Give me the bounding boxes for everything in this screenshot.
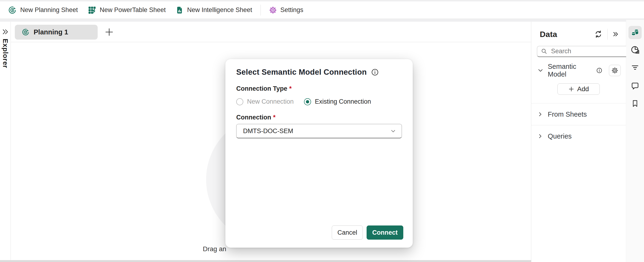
radio-existing-connection[interactable]: Existing Connection (304, 98, 371, 105)
search-input[interactable] (550, 47, 635, 55)
new-powertable-sheet-button[interactable]: New PowerTable Sheet (83, 2, 171, 19)
toolbar-item-label: New PowerTable Sheet (100, 6, 166, 14)
section-from-sheets[interactable]: From Sheets (531, 103, 626, 125)
toolbar-item-label: New Planning Sheet (20, 6, 78, 14)
data-panel: Data (531, 22, 626, 262)
connect-button[interactable]: Connect (366, 225, 403, 240)
add-data-button[interactable]: Add (558, 83, 600, 95)
search-row (537, 46, 621, 57)
connection-type-radio-group: New Connection Existing Connection (236, 98, 402, 105)
search-icon (541, 48, 547, 54)
info-icon[interactable] (371, 68, 379, 76)
app-window: New Planning Sheet New PowerTable Sheet (0, 0, 644, 262)
connection-dropdown[interactable]: DMTS-DOC-SEM (236, 124, 402, 138)
database-icon (630, 28, 640, 37)
semantic-model-row: Semantic Model (538, 63, 621, 78)
cancel-button[interactable]: Cancel (332, 225, 363, 240)
add-button-label: Add (577, 85, 589, 93)
explorer-panel-tab[interactable]: Explorer (2, 39, 9, 68)
target-icon (22, 28, 30, 36)
radio-circle-icon (236, 98, 243, 105)
info-icon[interactable] (596, 67, 602, 74)
section-label: From Sheets (548, 111, 587, 118)
section-queries[interactable]: Queries (531, 125, 626, 147)
right-icon-rail (626, 20, 644, 262)
expand-explorer-icon[interactable] (2, 28, 9, 35)
semantic-model-connection-dialog: Select Semantic Model Connection Connect… (226, 59, 413, 248)
connection-label: Connection* (236, 114, 402, 121)
chevron-right-icon (538, 111, 543, 117)
toolbar-item-label: Settings (280, 6, 304, 14)
radio-selected-icon (304, 98, 311, 105)
data-panel-title: Data (540, 30, 557, 39)
toolbar-item-label: New Intelligence Sheet (187, 6, 252, 14)
settings-button[interactable]: Settings (264, 2, 308, 19)
add-sheet-button[interactable] (103, 26, 115, 38)
chevron-down-icon[interactable] (538, 67, 544, 74)
collapse-panel-icon[interactable] (612, 31, 619, 38)
connection-type-label: Connection Type* (236, 85, 402, 92)
document-chart-icon (176, 6, 184, 14)
tab-planning-1[interactable]: Planning 1 (15, 25, 98, 40)
data-sources-tab-active[interactable] (628, 26, 642, 39)
filters-icon[interactable] (631, 63, 639, 72)
semantic-model-settings-button[interactable] (609, 65, 621, 76)
dialog-footer: Cancel Connect (332, 225, 403, 240)
data-sections: From Sheets Queries (531, 103, 626, 147)
explorer-rail: Explorer (0, 22, 11, 260)
data-panel-header: Data (531, 22, 626, 40)
section-label: Queries (548, 132, 572, 140)
comments-icon[interactable] (630, 82, 640, 91)
bottom-edge (0, 260, 531, 262)
header-divider (607, 29, 608, 40)
new-intelligence-sheet-button[interactable]: New Intelligence Sheet (170, 2, 257, 19)
new-planning-sheet-button[interactable]: New Planning Sheet (3, 2, 83, 19)
radio-new-connection[interactable]: New Connection (236, 98, 294, 105)
drag-hint-text: Drag an (203, 245, 226, 253)
chevron-right-icon (538, 133, 543, 139)
top-toolbar: New Planning Sheet New PowerTable Sheet (0, 2, 644, 19)
search-box[interactable] (537, 46, 639, 57)
refresh-icon[interactable] (594, 30, 602, 38)
semantic-model-label: Semantic Model (548, 63, 593, 78)
sheet-tab-bar: Planning 1 (11, 22, 531, 42)
visuals-icon[interactable] (630, 45, 640, 55)
target-icon (8, 6, 17, 14)
grid-bolt-icon (88, 6, 96, 14)
gear-icon (611, 67, 618, 74)
bookmarks-icon[interactable] (631, 99, 639, 107)
dialog-title: Select Semantic Model Connection (236, 68, 367, 77)
tab-label: Planning 1 (34, 28, 68, 36)
gear-icon (269, 6, 277, 14)
toolbar-divider (260, 5, 261, 16)
connection-dropdown-value: DMTS-DOC-SEM (243, 127, 293, 135)
plus-icon (568, 86, 574, 92)
chevron-down-icon (390, 128, 396, 134)
